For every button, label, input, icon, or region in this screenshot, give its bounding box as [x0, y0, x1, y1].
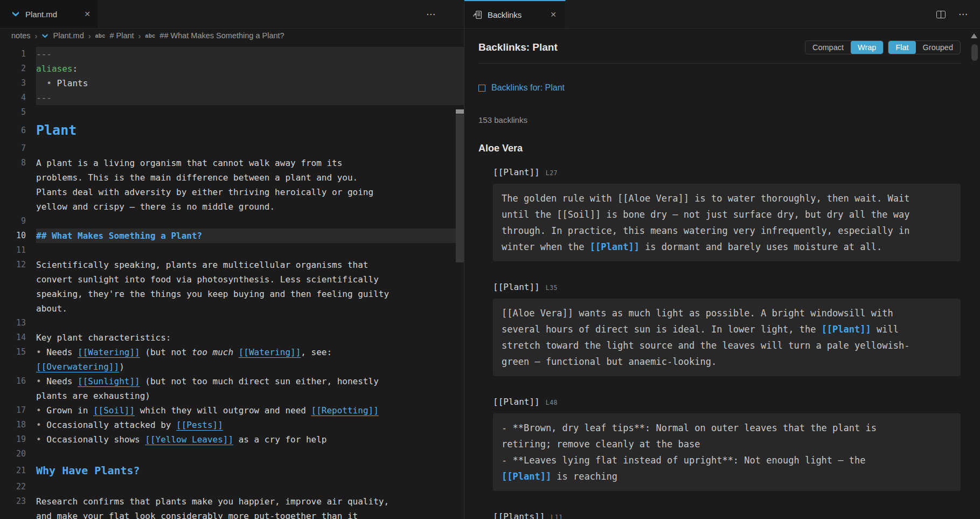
tab-plant-md[interactable]: Plant.md ✕	[0, 0, 99, 28]
editor-line[interactable]: 3 • Plants	[0, 76, 464, 91]
more-actions-icon[interactable]: ⋯	[958, 9, 968, 20]
editor-line[interactable]: plants are exhausting)	[0, 389, 464, 403]
editor-line[interactable]: 5	[0, 105, 464, 120]
backlink-snippet[interactable]: [[Aloe Vera]] wants as much light as pos…	[493, 299, 961, 376]
line-content: Key plant characteristics:	[36, 330, 464, 345]
backlink-ref[interactable]: [[Plant]]	[493, 167, 540, 177]
editor-line[interactable]: and make your flat look considerably mor…	[0, 509, 464, 519]
editor-line[interactable]: 19• Occasionally shows [[Yellow Leaves]]…	[0, 432, 464, 447]
line-number: 16	[0, 374, 26, 389]
backlink-entry: [[Plant]]L48- **Brown, dry leaf tips**: …	[493, 397, 961, 491]
editor-line[interactable]: 4---	[0, 91, 464, 105]
wikilink[interactable]: [[Watering]]	[78, 347, 140, 357]
editor-more-actions-icon[interactable]: ⋯	[426, 0, 436, 29]
line-content: • Grown in [[Soil]] which they will outg…	[36, 403, 464, 418]
line-number: 20	[0, 447, 26, 461]
close-icon[interactable]: ✕	[82, 9, 93, 19]
backlink-entry: [[Plant]]L27The golden rule with [[Aloe …	[493, 167, 961, 261]
backlink-snippet[interactable]: - **Brown, dry leaf tips**: Normal on ou…	[493, 413, 961, 491]
breadcrumb-heading1[interactable]: # Plant	[109, 31, 134, 40]
split-editor-icon[interactable]	[936, 11, 946, 18]
chevron-right-icon: ›	[138, 31, 141, 40]
line-number: 22	[0, 480, 26, 494]
line-content: Scientifically speaking, plants are mult…	[36, 258, 464, 272]
text-segment: Needs	[46, 376, 78, 386]
line-content: yellow and crispy — there is no middle g…	[36, 199, 464, 214]
close-icon[interactable]: ✕	[548, 9, 559, 20]
editor-line[interactable]: 8A plant is a living organism that canno…	[0, 156, 464, 170]
editor-line[interactable]: convert sunlight into food via photosynt…	[0, 272, 464, 287]
symbol-string-icon: abc	[145, 33, 156, 39]
editor-line[interactable]: 23Research confirms that plants make you…	[0, 494, 464, 509]
editor-line[interactable]: [[Overwatering]])	[0, 359, 464, 374]
text-segment: •	[36, 347, 46, 357]
text-segment: •	[36, 420, 46, 430]
scroll-up-arrow-icon[interactable]	[971, 33, 977, 38]
tab-backlinks[interactable]: Backlinks ✕	[464, 0, 566, 28]
breadcrumb-heading2[interactable]: ## What Makes Something a Plant?	[159, 31, 284, 40]
editor-body[interactable]: 1---2aliases:3 • Plants4---56Plant78A pl…	[0, 43, 464, 519]
editor-line[interactable]: yellow and crispy — there is no middle g…	[0, 199, 464, 214]
editor-scrollbar-thumb[interactable]	[456, 114, 464, 262]
snippet-line: several hours of direct sun is ideal. In…	[502, 321, 952, 337]
line-number: 19	[0, 432, 26, 447]
panel-titlebar: Backlinks: Plant CompactWrapFlatGrouped	[478, 40, 961, 54]
text-segment: :	[72, 64, 78, 74]
editor-line[interactable]: 12Scientifically speaking, plants are mu…	[0, 258, 464, 272]
wikilink[interactable]: [[Overwatering]]	[36, 362, 119, 372]
line-number: 18	[0, 418, 26, 432]
editor-line[interactable]: 16• Needs [[Sunlight]] (but not too much…	[0, 374, 464, 389]
editor-line[interactable]: 6Plant	[0, 120, 464, 141]
wikilink[interactable]: [[Watering]]	[239, 347, 301, 357]
chevron-right-icon: ›	[88, 31, 91, 40]
panel-scrollbar-thumb[interactable]	[971, 44, 978, 61]
editor-line[interactable]: problems. This is the main difference be…	[0, 170, 464, 185]
symbol-string-icon: abc	[95, 33, 106, 39]
editor-line[interactable]: 22	[0, 480, 464, 494]
editor-line[interactable]: 17• Grown in [[Soil]] which they will ou…	[0, 403, 464, 418]
text-segment: A plant is a living organism that cannot…	[36, 158, 342, 168]
editor-line[interactable]: 2aliases:	[0, 61, 464, 76]
editor-line[interactable]: 13	[0, 316, 464, 330]
editor-line[interactable]: 10## What Makes Something a Plant?	[0, 229, 464, 243]
wikilink[interactable]: [[Repotting]]	[311, 405, 379, 416]
wikilink[interactable]: [[Sunlight]]	[78, 376, 140, 386]
snippet-line: [[Aloe Vera]] wants as much light as pos…	[502, 305, 952, 321]
editor-line[interactable]: 7	[0, 141, 464, 156]
snippet-line: - **Brown, dry leaf tips**: Normal on ou…	[502, 420, 952, 436]
wikilink[interactable]: [[Yellow Leaves]]	[145, 434, 233, 445]
backlinks-for-link[interactable]: Backlinks for: Plant	[478, 83, 961, 93]
breadcrumb-file[interactable]: Plant.md	[53, 31, 84, 40]
editor-line[interactable]: 1---	[0, 47, 464, 61]
backlink-entry-header: [[Plants]]L11	[493, 511, 961, 519]
wikilink[interactable]: [[Soil]]	[93, 405, 135, 416]
editor-line[interactable]: 9	[0, 214, 464, 229]
backlink-ref[interactable]: [[Plants]]	[493, 511, 545, 519]
editor-line[interactable]: 18• Occasionally attacked by [[Pests]]	[0, 418, 464, 432]
editor-line[interactable]: 14Key plant characteristics:	[0, 330, 464, 345]
text-segment: speaking, they're the things you keep bu…	[36, 289, 389, 299]
editor-line[interactable]: about.	[0, 301, 464, 316]
text-segment: Plant	[36, 122, 77, 138]
snippet-text: green — functional but anaemic-looking.	[502, 356, 717, 367]
editor-line[interactable]: 11	[0, 243, 464, 258]
editor-line[interactable]: speaking, they're the things you keep bu…	[0, 287, 464, 301]
editor-line[interactable]: 20	[0, 447, 464, 461]
backlink-snippet[interactable]: The golden rule with [[Aloe Vera]] is to…	[493, 184, 961, 261]
line-number: 9	[0, 214, 26, 229]
backlink-ref[interactable]: [[Plant]]	[493, 282, 540, 292]
breadcrumb-root[interactable]: notes	[11, 31, 30, 40]
editor-line[interactable]: Plants deal with adversity by either thr…	[0, 185, 464, 199]
toggle-flat[interactable]: Flat	[888, 41, 915, 54]
backlink-entry: [[Plant]]L35[[Aloe Vera]] wants as much …	[493, 282, 961, 376]
backlinks-for-label: Backlinks for: Plant	[491, 83, 565, 93]
backlink-ref[interactable]: [[Plant]]	[493, 397, 540, 407]
line-number	[0, 389, 26, 403]
toggle-compact[interactable]: Compact	[805, 41, 851, 54]
editor-line[interactable]: 21Why Have Plants?	[0, 461, 464, 480]
editor-line[interactable]: 15• Needs [[Watering]] (but not too much…	[0, 345, 464, 359]
backlink-file-group[interactable]: Aloe Vera	[478, 143, 961, 154]
wikilink[interactable]: [[Pests]]	[176, 420, 223, 430]
toggle-wrap[interactable]: Wrap	[851, 41, 883, 54]
toggle-grouped[interactable]: Grouped	[916, 41, 960, 54]
